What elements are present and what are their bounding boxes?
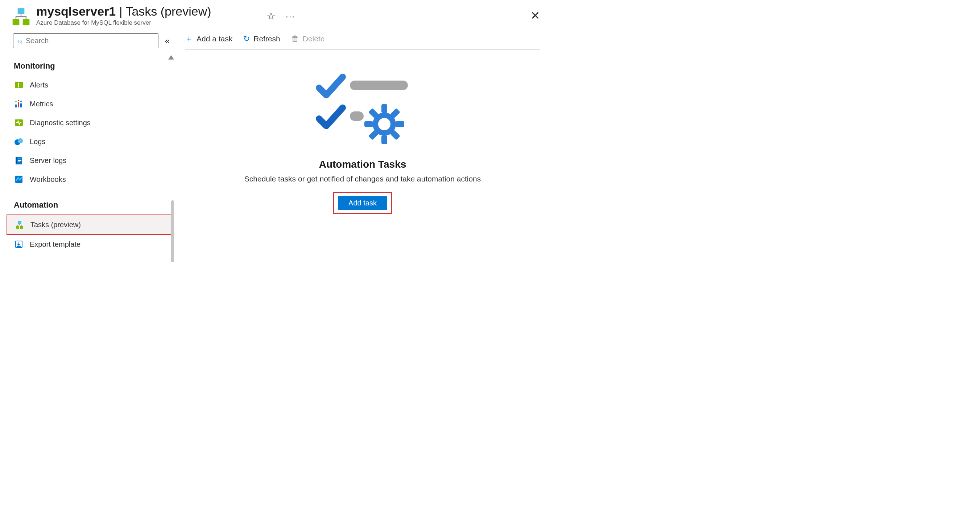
page-header: mysqlserver1 | Tasks (preview) Azure Dat… [0, 0, 551, 30]
svg-rect-0 [18, 8, 25, 14]
nav-label: Diagnostic settings [30, 119, 91, 127]
svg-rect-23 [16, 226, 19, 228]
tasks-icon [15, 220, 24, 229]
nav-label: Alerts [30, 81, 48, 89]
search-icon: ⌕ [18, 37, 22, 45]
button-label: Refresh [253, 35, 280, 43]
svg-rect-31 [382, 136, 387, 144]
close-icon[interactable]: ✕ [530, 9, 540, 22]
add-task-highlight: Add task [333, 192, 392, 214]
svg-rect-24 [20, 226, 23, 228]
svg-rect-32 [364, 121, 373, 127]
more-actions-icon[interactable]: ··· [286, 11, 295, 21]
svg-rect-2 [23, 19, 30, 25]
sidebar-item-metrics[interactable]: Metrics [13, 94, 174, 113]
nav-label: Export template [30, 240, 81, 249]
delete-button: 🗑 Delete [291, 34, 325, 43]
server-logs-icon [14, 156, 23, 165]
svg-rect-7 [18, 102, 19, 107]
sidebar: ⌕ « Monitoring Alerts Metrics [0, 30, 174, 262]
alerts-icon [14, 81, 23, 89]
resource-type-icon [11, 6, 31, 27]
resource-type-label: Azure Database for MySQL flexible server [36, 19, 212, 27]
scroll-up-indicator[interactable] [168, 55, 174, 59]
sidebar-item-server-logs[interactable]: Server logs [13, 151, 174, 170]
workbooks-icon [14, 175, 23, 184]
empty-state-description: Schedule tasks or get notified of change… [244, 174, 481, 183]
svg-point-10 [18, 100, 19, 101]
svg-rect-27 [350, 112, 364, 121]
svg-rect-4 [18, 83, 19, 86]
nav-label: Tasks (preview) [30, 221, 81, 229]
trash-icon: 🗑 [291, 34, 299, 43]
svg-rect-22 [18, 221, 21, 224]
nav-label: Metrics [30, 100, 53, 108]
svg-rect-17 [16, 157, 17, 164]
sidebar-item-alerts[interactable]: Alerts [13, 75, 174, 94]
logs-icon: ⌕ [14, 137, 23, 146]
empty-state-title: Automation Tasks [319, 159, 406, 170]
svg-rect-6 [15, 105, 17, 107]
refresh-button[interactable]: ↻ Refresh [243, 34, 280, 43]
svg-point-29 [378, 118, 390, 130]
nav-label: Server logs [30, 156, 66, 165]
add-task-button[interactable]: Add task [338, 196, 387, 210]
button-label: Add a task [197, 35, 232, 43]
sidebar-item-export-template[interactable]: Export template [13, 235, 174, 254]
svg-rect-33 [396, 121, 404, 127]
svg-text:⌕: ⌕ [19, 139, 21, 143]
export-icon [14, 240, 23, 249]
svg-point-11 [20, 101, 22, 102]
svg-point-9 [15, 101, 17, 102]
nav-section-monitoring: Monitoring [13, 58, 174, 74]
search-input[interactable] [26, 37, 154, 45]
favorite-icon[interactable]: ☆ [266, 10, 275, 22]
collapse-sidebar-icon[interactable]: « [165, 36, 170, 46]
main-content: ＋ Add a task ↻ Refresh 🗑 Delete [174, 30, 551, 262]
plus-icon: ＋ [185, 34, 193, 44]
svg-rect-18 [18, 159, 21, 159]
add-task-toolbar-button[interactable]: ＋ Add a task [185, 34, 232, 44]
svg-rect-30 [382, 104, 387, 113]
svg-rect-20 [18, 161, 20, 162]
nav-label: Workbooks [30, 175, 66, 184]
svg-rect-26 [350, 81, 408, 90]
metrics-icon [14, 99, 23, 108]
empty-state: Automation Tasks Schedule tasks or get n… [185, 68, 540, 214]
scrollbar-thumb[interactable] [171, 200, 174, 262]
toolbar: ＋ Add a task ↻ Refresh 🗑 Delete [185, 34, 540, 50]
svg-rect-8 [20, 104, 22, 107]
page-title: mysqlserver1 | Tasks (preview) [36, 4, 212, 19]
automation-tasks-illustration [312, 68, 413, 148]
diagnostic-icon [14, 118, 23, 127]
sidebar-item-diagnostic-settings[interactable]: Diagnostic settings [13, 113, 174, 132]
search-input-wrapper[interactable]: ⌕ [13, 34, 158, 48]
sidebar-item-logs[interactable]: ⌕ Logs [13, 132, 174, 151]
svg-rect-1 [13, 19, 19, 25]
svg-rect-5 [18, 86, 19, 88]
refresh-icon: ↻ [243, 34, 250, 43]
sidebar-item-tasks[interactable]: Tasks (preview) [6, 214, 174, 235]
sidebar-item-workbooks[interactable]: Workbooks [13, 170, 174, 189]
nav-label: Logs [30, 137, 45, 146]
nav-section-automation: Automation [13, 197, 174, 213]
button-label: Delete [303, 35, 325, 43]
svg-rect-19 [18, 160, 21, 161]
